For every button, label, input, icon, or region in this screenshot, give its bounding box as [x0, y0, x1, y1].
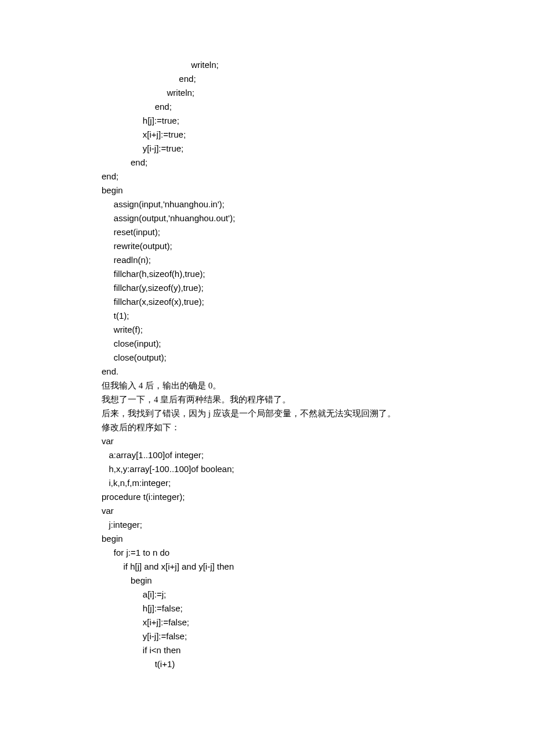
text-line: fillchar(h,sizeof(h),true);: [102, 267, 432, 281]
text-line: reset(input);: [102, 225, 432, 239]
text-line: writeln;: [102, 86, 432, 100]
text-line: rewrite(output);: [102, 239, 432, 253]
text-line: var: [102, 504, 432, 518]
text-line: close(input);: [102, 337, 432, 351]
content-container: writeln; end; writeln; end; h[j]:=true; …: [102, 58, 432, 671]
text-line: 我想了一下，4 皇后有两种结果。我的程序错了。: [102, 393, 432, 406]
text-line: begin: [102, 532, 432, 546]
text-line: y[i-j]:=true;: [102, 142, 432, 156]
text-line: t(i+1): [102, 657, 432, 671]
text-line: j:integer;: [102, 518, 432, 532]
text-line: close(output);: [102, 351, 432, 365]
text-line: end;: [102, 100, 432, 114]
text-line: begin: [102, 183, 432, 197]
text-line: end;: [102, 170, 432, 183]
text-line: var: [102, 434, 432, 448]
text-line: a:array[1..100]of integer;: [102, 448, 432, 462]
text-line: i,k,n,f,m:integer;: [102, 476, 432, 490]
text-line: a[i]:=j;: [102, 588, 432, 602]
text-line: 但我输入 4 后，输出的确是 0。: [102, 379, 432, 393]
text-line: readln(n);: [102, 253, 432, 267]
text-line: 后来，我找到了错误，因为 j 应该是一个局部变量，不然就无法实现回溯了。: [102, 406, 432, 420]
text-line: end;: [102, 72, 432, 86]
text-line: x[i+j]:=true;: [102, 128, 432, 142]
text-line: h,x,y:array[-100..100]of boolean;: [102, 462, 432, 476]
text-line: t(1);: [102, 309, 432, 323]
text-line: if h[j] and x[i+j] and y[i-j] then: [102, 560, 432, 574]
text-line: write(f);: [102, 323, 432, 337]
text-line: procedure t(i:integer);: [102, 490, 432, 504]
text-line: 修改后的程序如下：: [102, 420, 432, 434]
text-line: assign(input,'nhuanghou.in');: [102, 197, 432, 211]
text-line: y[i-j]:=false;: [102, 629, 432, 643]
text-line: writeln;: [102, 58, 432, 72]
text-line: fillchar(y,sizeof(y),true);: [102, 281, 432, 295]
text-line: if i<n then: [102, 643, 432, 657]
text-line: for j:=1 to n do: [102, 546, 432, 560]
text-line: assign(output,'nhuanghou.out');: [102, 211, 432, 225]
document-page: writeln; end; writeln; end; h[j]:=true; …: [0, 0, 534, 706]
text-line: begin: [102, 574, 432, 588]
text-line: end;: [102, 156, 432, 170]
text-line: x[i+j]:=false;: [102, 615, 432, 629]
text-line: h[j]:=true;: [102, 114, 432, 128]
text-line: h[j]:=false;: [102, 602, 432, 615]
text-line: fillchar(x,sizeof(x),true);: [102, 295, 432, 309]
text-line: end.: [102, 365, 432, 379]
